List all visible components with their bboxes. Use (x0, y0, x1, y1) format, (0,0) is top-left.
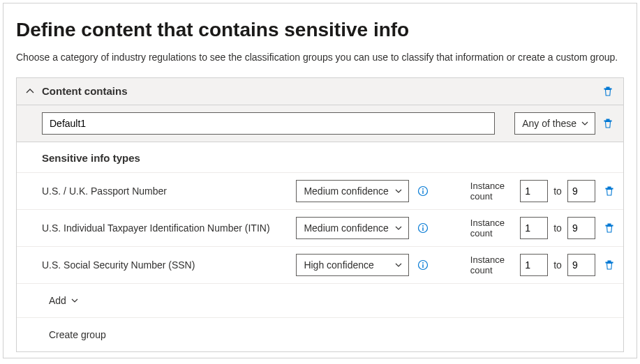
chevron-down-icon (394, 187, 403, 195)
confidence-value: High confidence (304, 259, 373, 271)
match-mode-dropdown[interactable]: Any of these (514, 112, 595, 135)
info-icon[interactable] (417, 259, 429, 271)
to-label: to (553, 222, 562, 234)
instance-count-label: Instance count (470, 255, 514, 275)
sensitive-type-row: U.S. / U.K. Passport Number Medium confi… (17, 172, 623, 209)
chevron-up-icon (25, 86, 35, 96)
match-mode-label: Any of these (522, 118, 576, 129)
group-name-input[interactable] (42, 112, 495, 135)
svg-point-7 (422, 262, 424, 264)
page-title: Define content that contains sensitive i… (16, 19, 624, 41)
chevron-down-icon (394, 224, 403, 232)
match-mode-group: Any of these (514, 112, 615, 135)
sensitive-type-row: U.S. Individual Taxpayer Identification … (17, 209, 623, 246)
add-label: Add (49, 295, 66, 306)
panel-title: Content contains (42, 85, 602, 97)
chevron-down-icon (581, 119, 589, 128)
svg-rect-8 (422, 264, 423, 268)
svg-point-4 (422, 225, 424, 227)
info-icon[interactable] (417, 222, 429, 234)
sensitive-type-label: U.S. Individual Taxpayer Identification … (42, 222, 288, 234)
page: Define content that contains sensitive i… (3, 3, 637, 358)
sensitive-type-label: U.S. Social Security Number (SSN) (42, 259, 288, 271)
create-group-label: Create group (49, 329, 106, 340)
panel-header[interactable]: Content contains (17, 78, 623, 105)
svg-point-1 (422, 188, 424, 190)
info-icon[interactable] (417, 185, 429, 197)
group-name-row: Any of these (17, 105, 623, 142)
confidence-dropdown[interactable]: High confidence (296, 254, 408, 276)
confidence-value: Medium confidence (304, 222, 388, 234)
chevron-down-icon (394, 261, 403, 269)
section-heading: Sensitive info types (17, 142, 623, 172)
instance-count-group: Instance count to (470, 180, 595, 202)
instance-count-group: Instance count to (470, 217, 595, 239)
sensitive-type-row: U.S. Social Security Number (SSN) High c… (17, 246, 623, 283)
confidence-value: Medium confidence (304, 185, 388, 197)
confidence-dropdown[interactable]: Medium confidence (296, 180, 408, 202)
instance-to-input[interactable] (567, 180, 595, 202)
instance-count-label: Instance count (470, 218, 514, 238)
delete-group-button[interactable] (602, 117, 615, 130)
instance-from-input[interactable] (520, 180, 548, 202)
svg-rect-5 (422, 227, 423, 231)
svg-rect-2 (422, 190, 423, 194)
page-description: Choose a category of industry regulation… (16, 51, 624, 65)
chevron-down-icon (70, 296, 79, 305)
instance-from-input[interactable] (520, 217, 548, 239)
delete-row-button[interactable] (604, 222, 615, 234)
content-contains-panel: Content contains Any of these Sensitive … (16, 77, 624, 352)
delete-row-button[interactable] (604, 259, 615, 271)
instance-to-input[interactable] (567, 217, 595, 239)
delete-row-button[interactable] (604, 185, 615, 197)
to-label: to (553, 259, 562, 271)
to-label: to (553, 185, 562, 197)
instance-from-input[interactable] (520, 254, 548, 276)
add-button[interactable]: Add (17, 283, 623, 317)
instance-count-label: Instance count (470, 181, 514, 202)
delete-panel-button[interactable] (602, 85, 615, 98)
instance-to-input[interactable] (567, 254, 595, 276)
confidence-dropdown[interactable]: Medium confidence (296, 217, 408, 239)
sensitive-type-label: U.S. / U.K. Passport Number (42, 185, 288, 197)
create-group-button[interactable]: Create group (17, 317, 623, 351)
instance-count-group: Instance count to (470, 254, 595, 276)
